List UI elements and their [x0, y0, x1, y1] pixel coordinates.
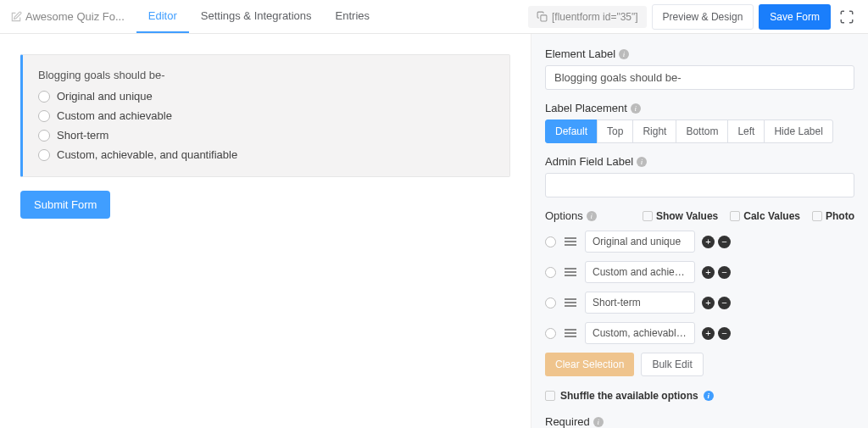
checkbox-icon — [643, 211, 653, 221]
remove-option-button[interactable]: − — [718, 266, 731, 279]
placement-default[interactable]: Default — [545, 120, 598, 143]
option-text-input[interactable]: Custom and achievable — [585, 261, 695, 283]
drag-handle-icon[interactable] — [563, 298, 578, 307]
required-group: Required i Yes No — [545, 415, 854, 428]
add-option-button[interactable]: + — [702, 297, 715, 309]
fullscreen-button[interactable] — [836, 6, 858, 28]
add-option-button[interactable]: + — [702, 266, 715, 279]
placement-hide[interactable]: Hide Label — [764, 120, 832, 143]
option-actions: + − — [702, 327, 731, 340]
remove-option-button[interactable]: − — [718, 327, 731, 340]
form-name-text: Awesome Quiz Fo... — [25, 10, 125, 23]
placement-right[interactable]: Right — [632, 120, 676, 143]
radio-label: Custom and achievable — [57, 109, 172, 122]
option-row: Short-term + − — [545, 292, 854, 314]
clear-selection-button[interactable]: Clear Selection — [545, 353, 634, 376]
drag-handle-icon[interactable] — [563, 237, 578, 246]
option-radio[interactable] — [545, 328, 556, 339]
element-label-input[interactable] — [545, 65, 854, 90]
drag-handle-icon[interactable] — [563, 268, 578, 276]
top-header: Awesome Quiz Fo... Editor Settings & Int… — [0, 0, 868, 34]
fullscreen-icon — [839, 9, 854, 25]
form-field-card[interactable]: Blogging goals should be- Original and u… — [20, 54, 510, 177]
option-actions: + − — [702, 236, 731, 248]
submit-form-button[interactable]: Submit Form — [20, 191, 110, 219]
admin-field-label-text: Admin Field Label — [545, 155, 633, 168]
option-row: Custom and achievable + − — [545, 261, 854, 283]
shuffle-options-row[interactable]: Shuffle the available options i — [545, 390, 854, 402]
radio-label: Short-term — [57, 129, 108, 142]
info-icon[interactable]: i — [637, 157, 647, 167]
info-icon[interactable]: i — [587, 211, 597, 221]
label-placement-group: Label Placement i Default Top Right Bott… — [545, 102, 854, 143]
options-label-text: Options — [545, 209, 583, 222]
radio-option[interactable]: Short-term — [38, 129, 494, 142]
option-radio[interactable] — [545, 267, 556, 278]
radio-option[interactable]: Original and unique — [38, 90, 494, 103]
options-checkboxes: Show Values Calc Values Photo — [643, 210, 854, 222]
tab-editor[interactable]: Editor — [136, 0, 189, 33]
radio-icon — [38, 110, 50, 122]
required-title: Required i — [545, 415, 854, 428]
drag-handle-icon[interactable] — [563, 329, 578, 337]
svg-rect-0 — [541, 15, 547, 21]
info-icon[interactable]: i — [631, 103, 641, 114]
settings-sidebar: Element Label i Label Placement i Defaul… — [531, 34, 868, 428]
radio-option[interactable]: Custom, achievable, and quantifiable — [38, 148, 494, 161]
save-form-button[interactable]: Save Form — [759, 4, 831, 30]
question-label: Blogging goals should be- — [38, 69, 494, 81]
radio-icon — [38, 149, 50, 161]
option-actions: + − — [702, 266, 731, 279]
add-option-button[interactable]: + — [702, 327, 715, 340]
add-option-button[interactable]: + — [702, 236, 715, 248]
admin-field-label-input[interactable] — [545, 173, 854, 197]
checkbox-icon — [545, 391, 555, 401]
option-row: Custom, achievable, and quantifiable + − — [545, 322, 854, 344]
radio-option-list: Original and unique Custom and achievabl… — [38, 90, 494, 161]
info-icon[interactable]: i — [704, 391, 714, 401]
options-action-row: Clear Selection Bulk Edit — [545, 353, 854, 376]
option-text-input[interactable]: Custom, achievable, and quantifiable — [585, 322, 695, 344]
shuffle-label: Shuffle the available options — [560, 390, 698, 402]
admin-field-label-title: Admin Field Label i — [545, 155, 854, 168]
remove-option-button[interactable]: − — [718, 297, 731, 309]
placement-top[interactable]: Top — [597, 120, 633, 143]
preview-design-button[interactable]: Preview & Design — [652, 4, 754, 30]
admin-field-label-group: Admin Field Label i — [545, 155, 854, 197]
radio-label: Custom, achievable, and quantifiable — [57, 148, 237, 161]
bulk-edit-button[interactable]: Bulk Edit — [641, 353, 703, 376]
placement-bottom[interactable]: Bottom — [676, 120, 728, 143]
radio-label: Original and unique — [57, 90, 153, 103]
tab-settings[interactable]: Settings & Integrations — [189, 0, 324, 33]
label-placement-title: Label Placement i — [545, 102, 854, 114]
option-row: Original and unique + − — [545, 231, 854, 253]
option-text-input[interactable]: Short-term — [585, 292, 695, 314]
required-label-text: Required — [545, 415, 590, 428]
tab-entries[interactable]: Entries — [324, 0, 381, 33]
radio-option[interactable]: Custom and achievable — [38, 109, 494, 122]
placement-left[interactable]: Left — [727, 120, 765, 143]
label-placement-buttons: Default Top Right Bottom Left Hide Label — [545, 120, 854, 143]
form-canvas: Blogging goals should be- Original and u… — [0, 34, 531, 428]
calc-values-label: Calc Values — [743, 210, 800, 222]
copy-icon — [537, 11, 548, 22]
header-right: [fluentform id="35"] Preview & Design Sa… — [528, 4, 858, 30]
photo-label: Photo — [826, 210, 854, 222]
header-left: Awesome Quiz Fo... Editor Settings & Int… — [10, 0, 381, 33]
form-name[interactable]: Awesome Quiz Fo... — [10, 10, 133, 23]
info-icon[interactable]: i — [593, 417, 604, 427]
photo-check[interactable]: Photo — [812, 210, 854, 222]
remove-option-button[interactable]: − — [718, 236, 731, 248]
calc-values-check[interactable]: Calc Values — [730, 210, 800, 222]
header-tabs: Editor Settings & Integrations Entries — [136, 0, 381, 33]
show-values-check[interactable]: Show Values — [643, 210, 718, 222]
shortcode-display[interactable]: [fluentform id="35"] — [528, 6, 647, 28]
option-radio[interactable] — [545, 297, 556, 308]
info-icon[interactable]: i — [619, 49, 629, 59]
element-label-text: Element Label — [545, 47, 615, 60]
element-label-title: Element Label i — [545, 47, 854, 60]
option-radio[interactable] — [545, 236, 556, 247]
edit-icon — [10, 11, 22, 23]
option-text-input[interactable]: Original and unique — [585, 231, 695, 253]
checkbox-icon — [812, 211, 822, 221]
